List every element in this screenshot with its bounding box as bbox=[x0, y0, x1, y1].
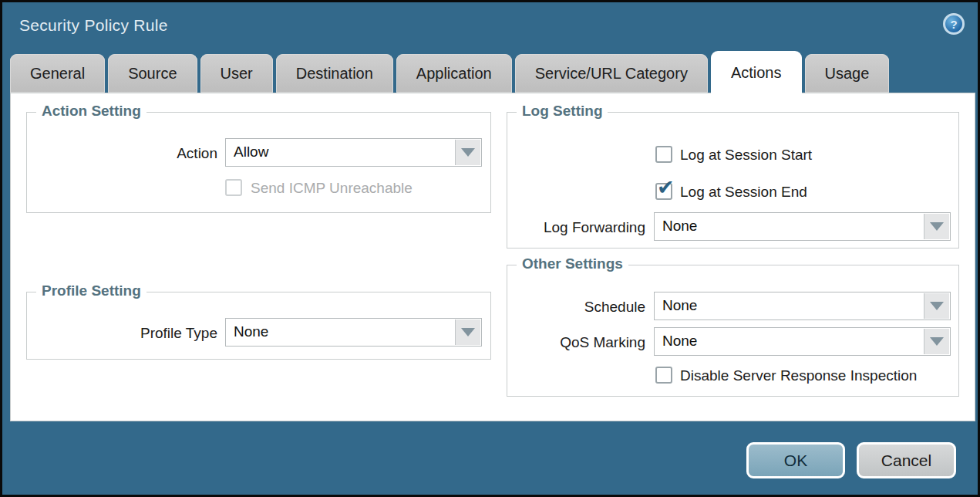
tab-user[interactable]: User bbox=[200, 54, 273, 93]
disable-server-response-inspection-checkbox[interactable]: ✔ bbox=[655, 367, 672, 384]
action-dropdown[interactable]: Allow bbox=[225, 138, 482, 167]
action-label: Action bbox=[27, 145, 217, 162]
dialog-title: Security Policy Rule bbox=[19, 16, 168, 35]
action-dropdown-value: Allow bbox=[226, 139, 454, 166]
log-forwarding-dropdown-value: None bbox=[655, 213, 923, 240]
log-setting-group: Log Setting ✔ Log at Session Start ✔ Log… bbox=[507, 112, 959, 248]
profile-setting-legend: Profile Setting bbox=[36, 282, 146, 299]
qos-marking-dropdown[interactable]: None bbox=[654, 327, 951, 356]
chevron-down-icon bbox=[930, 302, 944, 310]
schedule-label: Schedule bbox=[507, 299, 645, 316]
disable-server-response-inspection-label: Disable Server Response Inspection bbox=[680, 367, 917, 384]
tab-source[interactable]: Source bbox=[108, 54, 197, 93]
profile-type-label: Profile Type bbox=[27, 325, 217, 342]
action-setting-legend: Action Setting bbox=[36, 103, 146, 120]
tab-general[interactable]: General bbox=[10, 54, 105, 93]
schedule-dropdown-value: None bbox=[655, 292, 923, 320]
chevron-down-icon bbox=[930, 222, 944, 231]
log-forwarding-dropdown[interactable]: None bbox=[654, 212, 951, 241]
chevron-down-icon bbox=[461, 148, 475, 157]
tab-destination[interactable]: Destination bbox=[276, 54, 393, 93]
log-at-session-start-label: Log at Session Start bbox=[680, 147, 812, 164]
other-settings-group: Other Settings Schedule None QoS Marking… bbox=[507, 265, 959, 397]
ok-button[interactable]: OK bbox=[746, 442, 845, 478]
qos-marking-dropdown-button[interactable] bbox=[924, 329, 949, 354]
log-setting-legend: Log Setting bbox=[517, 103, 608, 120]
log-forwarding-dropdown-button[interactable] bbox=[924, 214, 949, 239]
profile-setting-group: Profile Setting Profile Type None bbox=[26, 292, 491, 360]
profile-type-dropdown-button[interactable] bbox=[455, 320, 480, 345]
profile-type-dropdown-value: None bbox=[226, 319, 454, 346]
tab-application[interactable]: Application bbox=[396, 54, 512, 93]
action-dropdown-button[interactable] bbox=[455, 140, 480, 165]
qos-marking-dropdown-value: None bbox=[655, 328, 923, 355]
profile-type-dropdown[interactable]: None bbox=[225, 318, 482, 347]
log-at-session-end-checkbox[interactable]: ✔ bbox=[655, 183, 672, 200]
tab-actions[interactable]: Actions bbox=[711, 51, 802, 94]
other-settings-legend: Other Settings bbox=[517, 255, 628, 272]
qos-marking-label: QoS Marking bbox=[507, 334, 645, 351]
log-at-session-start-checkbox[interactable]: ✔ bbox=[655, 146, 672, 163]
log-forwarding-label: Log Forwarding bbox=[507, 219, 645, 236]
security-policy-rule-dialog: Security Policy Rule ? General Source Us… bbox=[0, 0, 980, 497]
send-icmp-unreachable-checkbox[interactable]: ✔ bbox=[225, 179, 242, 196]
help-icon[interactable]: ? bbox=[943, 13, 965, 35]
schedule-dropdown[interactable]: None bbox=[654, 292, 951, 320]
cancel-button[interactable]: Cancel bbox=[857, 442, 956, 478]
send-icmp-unreachable-label: Send ICMP Unreachable bbox=[251, 180, 413, 197]
chevron-down-icon bbox=[461, 328, 475, 336]
chevron-down-icon bbox=[930, 337, 944, 346]
tab-usage[interactable]: Usage bbox=[805, 54, 890, 93]
action-setting-group: Action Setting Action Allow ✔ Send ICMP … bbox=[26, 112, 491, 213]
schedule-dropdown-button[interactable] bbox=[924, 293, 949, 319]
log-at-session-end-label: Log at Session End bbox=[680, 184, 807, 201]
tab-content-panel: Action Setting Action Allow ✔ Send ICMP … bbox=[10, 93, 975, 421]
checkmark-icon: ✔ bbox=[657, 175, 675, 200]
tab-bar: General Source User Destination Applicat… bbox=[10, 49, 889, 93]
tab-service-url-category[interactable]: Service/URL Category bbox=[515, 54, 708, 93]
